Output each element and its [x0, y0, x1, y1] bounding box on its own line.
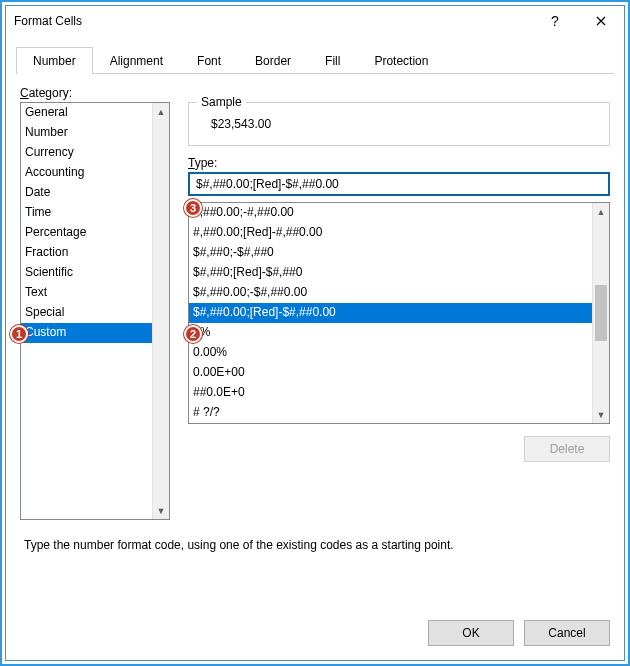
tab-alignment[interactable]: Alignment	[93, 47, 180, 74]
format-item[interactable]: ##0.0E+0	[189, 383, 592, 403]
category-item-text[interactable]: Text	[21, 283, 152, 303]
category-scrollbar[interactable]: ▲ ▼	[152, 103, 169, 519]
format-item[interactable]: #,##0.00;[Red]-#,##0.00	[189, 223, 592, 243]
format-item[interactable]: # ?/?	[189, 403, 592, 423]
dialog-footer: OK Cancel	[6, 606, 624, 660]
category-item-currency[interactable]: Currency	[21, 143, 152, 163]
titlebar: Format Cells ?	[6, 6, 624, 36]
scroll-down-icon[interactable]: ▼	[153, 502, 169, 519]
format-item[interactable]: 0.00%	[189, 343, 592, 363]
type-input[interactable]	[188, 172, 610, 196]
category-item-general[interactable]: General	[21, 103, 152, 123]
category-label: Category:	[20, 86, 170, 100]
format-item[interactable]: $#,##0.00;-$#,##0.00	[189, 283, 592, 303]
category-item-custom[interactable]: Custom	[21, 323, 152, 343]
tab-fill[interactable]: Fill	[308, 47, 357, 74]
annotation-callout-3: 3	[184, 199, 202, 217]
window-title: Format Cells	[14, 14, 82, 28]
category-item-accounting[interactable]: Accounting	[21, 163, 152, 183]
format-item-selected[interactable]: $#,##0.00;[Red]-$#,##0.00	[189, 303, 592, 323]
annotation-callout-2: 2	[184, 325, 202, 343]
category-item-time[interactable]: Time	[21, 203, 152, 223]
tab-protection[interactable]: Protection	[357, 47, 445, 74]
scroll-up-icon[interactable]: ▲	[153, 103, 169, 120]
ok-button[interactable]: OK	[428, 620, 514, 646]
scroll-down-icon[interactable]: ▼	[593, 406, 609, 423]
category-item-scientific[interactable]: Scientific	[21, 263, 152, 283]
help-button[interactable]: ?	[532, 6, 578, 36]
hint-text: Type the number format code, using one o…	[24, 538, 606, 552]
close-icon	[596, 16, 606, 26]
format-cells-dialog: Format Cells ? Number Alignment Font Bor…	[5, 5, 625, 661]
format-item[interactable]: 0.00E+00	[189, 363, 592, 383]
category-item-date[interactable]: Date	[21, 183, 152, 203]
format-item[interactable]: 0%	[189, 323, 592, 343]
delete-button[interactable]: Delete	[524, 436, 610, 462]
tab-strip: Number Alignment Font Border Fill Protec…	[16, 46, 614, 74]
dialog-body: Category: General Number Currency Accoun…	[6, 74, 624, 606]
category-item-percentage[interactable]: Percentage	[21, 223, 152, 243]
format-item[interactable]: #,##0.00;-#,##0.00	[189, 203, 592, 223]
format-item[interactable]: $#,##0;-$#,##0	[189, 243, 592, 263]
tab-border[interactable]: Border	[238, 47, 308, 74]
category-item-special[interactable]: Special	[21, 303, 152, 323]
scroll-up-icon[interactable]: ▲	[593, 203, 609, 220]
annotation-callout-1: 1	[10, 325, 28, 343]
type-label: Type:	[188, 156, 610, 170]
tab-font[interactable]: Font	[180, 47, 238, 74]
category-item-fraction[interactable]: Fraction	[21, 243, 152, 263]
sample-label: Sample	[197, 95, 246, 109]
sample-group: Sample $23,543.00	[188, 102, 610, 146]
cancel-button[interactable]: Cancel	[524, 620, 610, 646]
format-scrollbar[interactable]: ▲ ▼	[592, 203, 609, 423]
close-button[interactable]	[578, 6, 624, 36]
sample-value: $23,543.00	[199, 109, 599, 131]
screenshot-frame: Format Cells ? Number Alignment Font Bor…	[0, 0, 630, 666]
tab-number[interactable]: Number	[16, 47, 93, 74]
category-listbox[interactable]: General Number Currency Accounting Date …	[20, 102, 170, 520]
format-item[interactable]: $#,##0;[Red]-$#,##0	[189, 263, 592, 283]
category-item-number[interactable]: Number	[21, 123, 152, 143]
format-code-listbox[interactable]: #,##0.00;-#,##0.00 #,##0.00;[Red]-#,##0.…	[188, 202, 610, 424]
